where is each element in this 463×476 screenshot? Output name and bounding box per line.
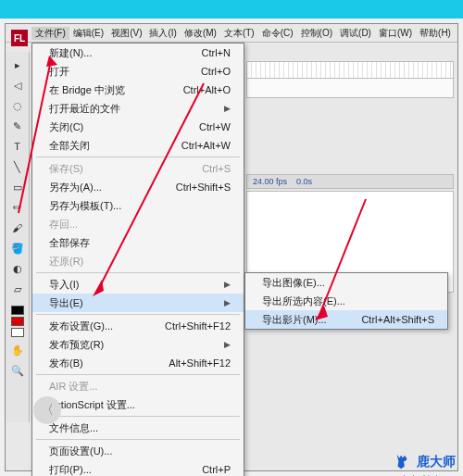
tool-panel: ▸ ◁ ◌ ✎ T ╲ ▭ ✏ 🖌 🪣 ◐ ▱ ✋ 🔍 <box>6 52 30 422</box>
menu-help[interactable]: 帮助(H) <box>416 27 455 40</box>
timeline-track[interactable] <box>247 79 453 97</box>
fps-label: 24.00 fps <box>253 177 287 186</box>
watermark-logo: 鹿大师 ludashiwj.com <box>393 452 456 472</box>
mi-save-as[interactable]: 另存为(A)...Ctrl+Shift+S <box>32 178 244 196</box>
hand-tool-icon[interactable]: ✋ <box>10 343 25 357</box>
mi-import[interactable]: 导入(I)▶ <box>32 275 244 294</box>
mi-publish[interactable]: 发布(B)Alt+Shift+F12 <box>32 354 244 372</box>
mi-close[interactable]: 关闭(C)Ctrl+W <box>32 118 244 136</box>
chevron-right-icon: ▶ <box>224 104 231 113</box>
mi-print[interactable]: 打印(P)...Ctrl+P <box>32 460 244 476</box>
back-button[interactable]: 〈 <box>33 396 61 424</box>
mi-save: 保存(S)Ctrl+S <box>32 159 244 178</box>
mi-air: AIR 设置... <box>32 377 244 395</box>
chevron-left-icon: 〈 <box>41 402 54 419</box>
mi-save-all[interactable]: 全部保存 <box>32 233 244 252</box>
eyedropper-tool-icon[interactable]: ◐ <box>10 261 25 276</box>
timeline-status: 24.00 fps 0.0s <box>246 174 454 189</box>
menu-insert[interactable]: 插入(I) <box>145 27 180 40</box>
mi-close-all[interactable]: 全部关闭Ctrl+Alt+W <box>32 136 244 155</box>
selection-tool-icon[interactable]: ▸ <box>10 57 25 72</box>
mi-open[interactable]: 打开Ctrl+O <box>32 62 244 81</box>
menu-file[interactable]: 文件(F) <box>31 27 69 40</box>
brand-text: 鹿大师 <box>417 454 456 470</box>
mi-pub-settings[interactable]: 发布设置(G)...Ctrl+Shift+F12 <box>32 317 244 335</box>
mi-revert: 还原(R) <box>32 252 244 270</box>
mi-page-setup[interactable]: 页面设置(U)... <box>32 442 244 460</box>
menu-control[interactable]: 控制(O) <box>297 27 336 40</box>
menu-window[interactable]: 窗口(W) <box>375 27 416 40</box>
separator <box>36 157 240 157</box>
pencil-tool-icon[interactable]: ✏ <box>10 200 25 215</box>
menu-text[interactable]: 文本(T) <box>220 27 258 40</box>
pen-tool-icon[interactable]: ✎ <box>10 119 25 133</box>
time-label: 0.0s <box>296 177 312 186</box>
zoom-tool-icon[interactable]: 🔍 <box>10 363 25 378</box>
timeline-ruler[interactable] <box>247 62 453 79</box>
mi-as-settings[interactable]: ActionScript 设置... <box>32 395 244 414</box>
app-logo: FL <box>11 30 28 46</box>
mi-pub-preview[interactable]: 发布预览(R)▶ <box>32 335 244 354</box>
mi-export-selection[interactable]: 导出所选内容(E)... <box>245 292 447 310</box>
bg-swatch[interactable] <box>11 328 24 337</box>
mi-save-tpl[interactable]: 另存为模板(T)... <box>32 196 244 215</box>
menubar: 文件(F) 编辑(E) 视图(V) 插入(I) 修改(M) 文本(T) 命令(C… <box>6 24 457 43</box>
stroke-swatch[interactable] <box>11 306 24 315</box>
chevron-right-icon: ▶ <box>224 280 231 289</box>
mi-export-image[interactable]: 导出图像(E)... <box>245 273 447 292</box>
export-submenu: 导出图像(E)... 导出所选内容(E)... 导出影片(M)...Ctrl+A… <box>244 272 448 330</box>
timeline-panel[interactable] <box>246 61 454 98</box>
separator <box>36 314 240 315</box>
separator <box>36 272 240 273</box>
mi-recent[interactable]: 打开最近的文件▶ <box>32 99 244 118</box>
brush-tool-icon[interactable]: 🖌 <box>10 220 25 235</box>
lasso-tool-icon[interactable]: ◌ <box>10 98 25 113</box>
eraser-tool-icon[interactable]: ▱ <box>10 282 25 296</box>
text-tool-icon[interactable]: T <box>10 139 25 154</box>
menu-modify[interactable]: 修改(M) <box>181 27 220 40</box>
menu-view[interactable]: 视图(V) <box>107 27 145 40</box>
line-tool-icon[interactable]: ╲ <box>10 159 25 174</box>
separator <box>36 439 240 440</box>
app-window: FL 文件(F) 编辑(E) 视图(V) 插入(I) 修改(M) 文本(T) 命… <box>5 23 458 471</box>
mi-checkin: 存回... <box>32 215 244 233</box>
separator <box>36 416 240 417</box>
menu-debug[interactable]: 调试(D) <box>336 27 375 40</box>
subselect-tool-icon[interactable]: ◁ <box>10 78 25 93</box>
mi-export[interactable]: 导出(E)▶ <box>32 294 244 312</box>
mi-fileinfo[interactable]: 文件信息... <box>32 419 244 437</box>
menu-command[interactable]: 命令(C) <box>258 27 297 40</box>
file-menu-dropdown: 新建(N)...Ctrl+N 打开Ctrl+O 在 Bridge 中浏览Ctrl… <box>31 43 244 476</box>
window-titlebar <box>0 0 463 19</box>
rect-tool-icon[interactable]: ▭ <box>10 180 25 194</box>
mi-bridge[interactable]: 在 Bridge 中浏览Ctrl+Alt+O <box>32 81 244 99</box>
menu-edit[interactable]: 编辑(E) <box>69 27 107 40</box>
fill-swatch[interactable] <box>11 317 24 326</box>
deer-icon <box>393 452 413 472</box>
chevron-right-icon: ▶ <box>224 340 231 349</box>
bucket-tool-icon[interactable]: 🪣 <box>10 241 25 256</box>
mi-export-movie[interactable]: 导出影片(M)...Ctrl+Alt+Shift+S <box>245 310 447 329</box>
mi-new[interactable]: 新建(N)...Ctrl+N <box>32 44 244 62</box>
chevron-right-icon: ▶ <box>224 298 231 307</box>
separator <box>36 374 240 375</box>
color-swatches <box>11 306 24 337</box>
